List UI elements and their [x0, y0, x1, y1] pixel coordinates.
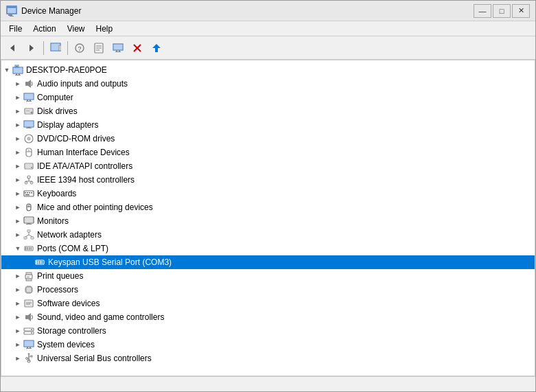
monitors-expander[interactable]: ►	[12, 216, 23, 227]
svg-rect-127	[31, 356, 32, 357]
menu-view[interactable]: View	[62, 23, 91, 35]
disk-expander[interactable]: ►	[12, 106, 23, 117]
keyspan-expander[interactable]	[23, 257, 34, 268]
keyboard-label: Keyboards	[37, 189, 76, 198]
usb-expander[interactable]: ►	[12, 353, 23, 364]
keyspan-icon	[34, 257, 45, 268]
help-button[interactable]: ?	[71, 39, 89, 57]
tree-item-disk[interactable]: ► Disk drives	[1, 104, 535, 118]
ports-label: Ports (COM & LPT)	[37, 244, 108, 253]
svg-rect-122	[30, 347, 31, 348]
keyboard-expander[interactable]: ►	[12, 188, 23, 199]
svg-rect-114	[25, 315, 28, 319]
close-button[interactable]: ✕	[512, 4, 530, 18]
back-button[interactable]	[3, 39, 21, 57]
display-expander[interactable]: ►	[12, 119, 23, 130]
sound-label: Sound, video and game controllers	[37, 312, 164, 322]
svg-rect-120	[25, 341, 33, 346]
tree-item-hid[interactable]: ► Human Interface Devices	[1, 146, 535, 159]
storage-expander[interactable]: ►	[12, 325, 23, 336]
svg-point-40	[31, 112, 33, 114]
computer-expander[interactable]: ►	[12, 92, 23, 103]
svg-rect-77	[24, 237, 27, 239]
tree-item-network[interactable]: ► Network adapters	[1, 228, 535, 242]
hid-expander[interactable]: ►	[12, 147, 23, 158]
computer-button[interactable]	[109, 39, 127, 57]
tree-item-monitors[interactable]: ► Monitors	[1, 214, 535, 228]
dvd-icon	[23, 133, 34, 144]
uninstall-button[interactable]	[128, 39, 146, 57]
tree-item-dvd[interactable]: ► DVD/CD-ROM drives	[1, 132, 535, 146]
tree-item-software[interactable]: ► Software devices	[1, 297, 535, 310]
title-bar-left: Device Manager	[6, 5, 81, 16]
tree-item-computer[interactable]: ► Computer	[1, 91, 535, 104]
tree-item-ieee[interactable]: ► IEEE 1394 host controllers	[1, 173, 535, 187]
update-driver-button[interactable]	[148, 39, 165, 57]
ide-expander[interactable]: ►	[12, 161, 23, 172]
svg-rect-85	[29, 247, 30, 250]
svg-rect-10	[59, 45, 61, 51]
status-bar	[1, 376, 535, 391]
properties-button[interactable]	[90, 39, 108, 57]
audio-expander[interactable]: ►	[12, 78, 23, 89]
root-expander[interactable]: ▼	[1, 65, 12, 76]
monitors-icon	[23, 216, 34, 227]
ieee-expander[interactable]: ►	[12, 174, 23, 185]
processors-expander[interactable]: ►	[12, 284, 23, 295]
svg-rect-3	[10, 16, 14, 16]
tree-item-audio[interactable]: ► Audio inputs and outputs	[1, 77, 535, 91]
toolbar: ?	[1, 36, 535, 60]
keyspan-label: Keyspan USB Serial Port (COM3)	[48, 257, 172, 267]
tree-item-sound[interactable]: ► Sound, video and game controllers	[1, 310, 535, 324]
svg-rect-34	[25, 94, 33, 99]
ports-expander[interactable]: ▼	[12, 243, 23, 254]
tree-item-processors[interactable]: ►	[1, 283, 535, 297]
software-expander[interactable]: ►	[12, 298, 23, 309]
svg-point-55	[27, 176, 30, 178]
show-hide-button[interactable]	[47, 39, 65, 57]
svg-point-48	[28, 138, 30, 139]
sound-icon	[23, 312, 34, 323]
tree-item-print[interactable]: ► Print queues	[1, 269, 535, 283]
root-label: DESKTOP-RAE0POE	[26, 65, 107, 75]
title-bar-controls: — □ ✕	[474, 4, 530, 18]
minimize-button[interactable]: —	[474, 4, 491, 18]
computer-icon	[23, 92, 34, 103]
tree-item-system[interactable]: ► System devices	[1, 338, 535, 351]
ieee-icon	[23, 174, 34, 185]
tree-item-display[interactable]: ► Display adapters	[1, 118, 535, 132]
tree-item-mice[interactable]: ► Mice and other pointing devices	[1, 200, 535, 214]
tree-item-keyspan[interactable]: Keyspan USB Serial Port (COM3)	[1, 255, 535, 269]
svg-rect-18	[114, 45, 122, 49]
keyboard-icon	[23, 188, 34, 199]
svg-rect-89	[38, 261, 40, 264]
menu-file[interactable]: File	[3, 23, 27, 35]
ide-icon	[23, 161, 34, 172]
tree-item-ide[interactable]: ► IDE ATA/ATAPI controllers	[1, 159, 535, 173]
svg-marker-6	[10, 45, 14, 51]
tree-item-storage[interactable]: ► Storage controllers	[1, 324, 535, 338]
display-icon	[23, 119, 34, 130]
system-icon	[23, 339, 34, 350]
network-expander[interactable]: ►	[12, 229, 23, 240]
tree-item-keyboard[interactable]: ► Keyboards	[1, 187, 535, 200]
ports-icon	[23, 243, 34, 254]
svg-rect-123	[26, 348, 32, 349]
tree-item-usb[interactable]: ► Universal Serial Bus controllers	[1, 351, 535, 365]
tree-item-ports[interactable]: ▼ Ports (COM & LPT)	[1, 242, 535, 255]
content-area[interactable]: ▼ DESKTOP-RAE0POE ►	[1, 60, 535, 376]
storage-label: Storage controllers	[37, 326, 106, 336]
print-expander[interactable]: ►	[12, 270, 23, 281]
svg-point-54	[31, 167, 32, 168]
print-label: Print queues	[37, 271, 83, 281]
system-expander[interactable]: ►	[12, 339, 23, 350]
maximize-button[interactable]: □	[493, 4, 511, 18]
dvd-expander[interactable]: ►	[12, 133, 23, 144]
menu-action[interactable]: Action	[27, 23, 61, 35]
forward-button[interactable]	[23, 39, 40, 57]
tree-root[interactable]: ▼ DESKTOP-RAE0POE	[1, 63, 535, 77]
svg-rect-36	[30, 100, 31, 101]
menu-help[interactable]: Help	[91, 23, 119, 35]
mice-expander[interactable]: ►	[12, 202, 23, 213]
sound-expander[interactable]: ►	[12, 312, 23, 323]
